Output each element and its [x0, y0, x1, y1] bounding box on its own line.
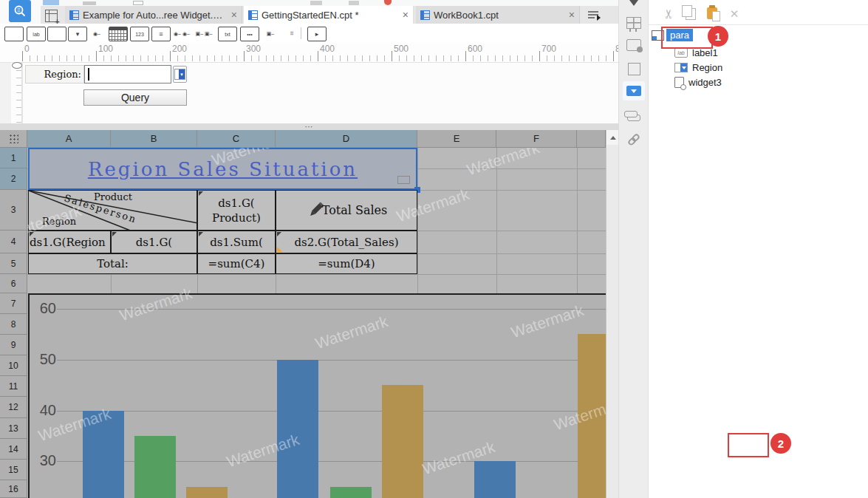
search-button[interactable] [9, 0, 31, 22]
row-header-12[interactable]: 12 [0, 397, 27, 418]
row-header-1[interactable]: 1 [0, 148, 27, 168]
bar-chart-object[interactable]: 60504030 [28, 293, 606, 498]
row-header-5[interactable]: 5 [0, 253, 27, 274]
password-widget-icon[interactable]: ••• [240, 27, 259, 41]
checkbox-widget-icon[interactable]: ▣– [262, 27, 279, 40]
cell-C4[interactable]: ds1.Sum( [197, 231, 276, 253]
tab-label: WorkBook1.cpt [434, 10, 564, 21]
column-header-A[interactable]: A [27, 130, 111, 148]
tree-node-Region[interactable]: Region [674, 62, 722, 73]
combobox-widget-icon[interactable]: ▾ [68, 27, 87, 41]
smart-tag-marker[interactable] [397, 176, 410, 184]
chart-gridline [57, 309, 606, 310]
chart-gridline [57, 360, 606, 361]
checkbox-group-widget-icon[interactable]: ▣– ▣– [195, 27, 213, 40]
cell-text: =sum(C4) [208, 257, 265, 270]
cell-C5[interactable]: =sum(C4) [197, 253, 276, 274]
widget-corner-marker [199, 232, 203, 236]
cell-A3-diagonal[interactable]: Product Salesperson Region [28, 190, 197, 231]
cell-B4[interactable]: ds1.G( [111, 231, 197, 253]
calendar-widget-icon[interactable] [109, 27, 128, 41]
insert-widget-icon[interactable]: ▸ [307, 27, 327, 41]
ruler-origin-marker [12, 62, 22, 69]
row-header-7[interactable]: 7 [0, 293, 27, 314]
ruler-label: 100 [98, 44, 113, 54]
textfield-widget-icon[interactable] [4, 27, 24, 41]
report-sheet[interactable]: Region Sales Situation Product Salespers… [0, 130, 618, 498]
row-header-2[interactable]: 2 [0, 168, 27, 190]
paste-icon[interactable] [705, 6, 720, 21]
tree-node-widget3[interactable]: widget3 [674, 77, 722, 88]
region-input[interactable] [84, 65, 171, 83]
more-tabs-icon [588, 10, 599, 19]
close-tab-icon[interactable]: × [569, 9, 575, 21]
chart-ytick-label: 50 [31, 351, 56, 368]
cell-A4[interactable]: ds1.G(Region [28, 231, 111, 253]
chart-bar-blue [277, 360, 318, 498]
cell-D3[interactable]: Total Sales [276, 190, 417, 231]
button-widget-icon[interactable] [47, 27, 66, 41]
copy-icon[interactable] [684, 7, 697, 21]
row-header-16[interactable]: 16 [0, 480, 27, 498]
parameter-pane-icon[interactable] [623, 81, 645, 100]
link-icon[interactable] [625, 132, 643, 148]
border-frame-icon[interactable] [625, 61, 643, 77]
tab-gettingstarted[interactable]: GettingStartedEN.cpt * × [244, 6, 414, 24]
widget-library-icon[interactable] [625, 15, 643, 31]
radio-group-widget-icon[interactable]: ◉– ◉– [173, 27, 191, 40]
select-all-corner[interactable] [0, 130, 27, 148]
column-header-D[interactable]: D [276, 130, 417, 148]
vertical-ruler [11, 63, 22, 123]
column-header-E[interactable]: E [417, 130, 496, 148]
cell-text: ds1.G( [218, 196, 254, 211]
tree-node-label: Region [692, 62, 722, 73]
column-header-B[interactable]: B [111, 130, 197, 148]
designer-side-toolbar [618, 0, 648, 498]
row-header-15[interactable]: 15 [0, 460, 27, 480]
column-header-F[interactable]: F [496, 130, 577, 148]
row-header-13[interactable]: 13 [0, 418, 27, 439]
report-info-icon[interactable] [625, 37, 643, 53]
sheet-vertical-scrollbar[interactable] [606, 130, 618, 498]
chart-gridline [57, 411, 606, 412]
column-header-partial[interactable] [577, 130, 606, 148]
cell-D5[interactable]: =sum(D4) [276, 253, 417, 274]
more-tabs-button[interactable] [586, 9, 601, 21]
cell-D4[interactable]: ds2.G(Total_Sales) [276, 231, 417, 253]
parameter-pane-canvas[interactable]: Region: ▼ Query [22, 63, 618, 123]
scroll-up-button[interactable] [606, 130, 619, 145]
row-header-10[interactable]: 10 [0, 355, 27, 376]
tab-example-widget[interactable]: Example for Auto...ree Widget.cpt * × [65, 6, 242, 24]
column-header-C[interactable]: C [197, 130, 276, 148]
row-header-4[interactable]: 4 [0, 231, 27, 253]
cell-C3[interactable]: ds1.G( Product) [197, 190, 276, 231]
row-header-9[interactable]: 9 [0, 335, 27, 355]
radio-widget-icon[interactable]: ◉– [88, 27, 106, 40]
row-header-3[interactable]: 3 [0, 190, 27, 231]
label-widget-icon[interactable]: lab [27, 27, 46, 41]
delete-icon[interactable]: ✕ [728, 7, 740, 21]
new-report-button[interactable] [44, 9, 58, 22]
report-file-icon [69, 10, 79, 20]
number-widget-icon[interactable]: 123 [130, 27, 149, 41]
tree-widget-icon[interactable]: ⠿ [283, 27, 301, 40]
title-cell-selected[interactable]: Region Sales Situation [28, 148, 417, 190]
toolbar-partial-icon [133, 1, 143, 5]
row-header-6[interactable]: 6 [0, 274, 27, 293]
tab-workbook1[interactable]: WorkBook1.cpt × [416, 6, 580, 24]
cut-icon[interactable]: ✂ [661, 7, 676, 21]
cell-A5-total[interactable]: Total: [28, 253, 197, 274]
textarea-widget-icon[interactable]: ≡ [151, 27, 171, 41]
region-dropdown-button[interactable]: ▼ [173, 66, 187, 83]
pane-splitter[interactable]: ⋯ [0, 123, 618, 130]
query-button[interactable]: Query [83, 89, 187, 106]
close-tab-icon[interactable]: × [403, 9, 409, 21]
text-widget-icon[interactable]: txt [218, 27, 237, 41]
row-header-14[interactable]: 14 [0, 439, 27, 460]
tree-node-label1[interactable]: lablabel1 [674, 47, 718, 58]
row-header-11[interactable]: 11 [0, 376, 27, 397]
row-header-8[interactable]: 8 [0, 314, 27, 335]
cell-text: ds1.Sum( [210, 236, 263, 249]
layers-icon[interactable] [625, 109, 643, 126]
close-tab-icon[interactable]: × [231, 9, 237, 21]
